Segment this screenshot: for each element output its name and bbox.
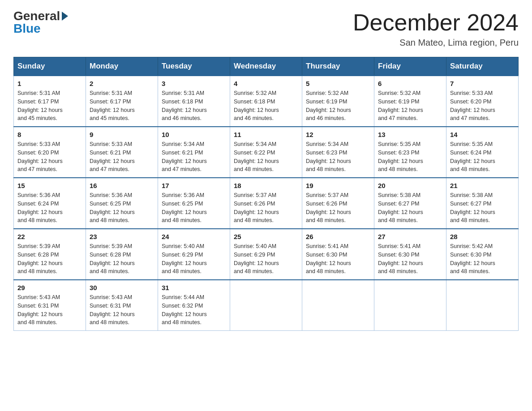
- day-info: Sunrise: 5:40 AMSunset: 6:29 PMDaylight:…: [162, 243, 207, 274]
- calendar-cell: 31 Sunrise: 5:44 AMSunset: 6:32 PMDaylig…: [158, 280, 230, 331]
- day-number: 5: [306, 80, 370, 87]
- day-of-week-header: Friday: [374, 57, 446, 76]
- calendar-cell: 30 Sunrise: 5:43 AMSunset: 6:31 PMDaylig…: [86, 280, 158, 331]
- day-info: Sunrise: 5:36 AMSunset: 6:24 PMDaylight:…: [17, 192, 63, 223]
- day-info: Sunrise: 5:33 AMSunset: 6:20 PMDaylight:…: [450, 90, 495, 121]
- calendar-cell: [374, 280, 446, 331]
- day-number: 7: [450, 80, 515, 87]
- calendar-cell: 5 Sunrise: 5:32 AMSunset: 6:19 PMDayligh…: [302, 76, 374, 127]
- calendar-cell: 4 Sunrise: 5:32 AMSunset: 6:18 PMDayligh…: [230, 76, 302, 127]
- day-number: 6: [378, 80, 442, 87]
- day-of-week-header: Sunday: [14, 57, 86, 76]
- calendar-cell: 10 Sunrise: 5:34 AMSunset: 6:21 PMDaylig…: [158, 127, 230, 178]
- day-number: 23: [90, 233, 154, 240]
- day-number: 24: [162, 233, 226, 240]
- day-info: Sunrise: 5:31 AMSunset: 6:17 PMDaylight:…: [17, 90, 63, 121]
- day-number: 25: [234, 233, 298, 240]
- day-number: 1: [17, 80, 82, 87]
- day-info: Sunrise: 5:32 AMSunset: 6:19 PMDaylight:…: [306, 90, 351, 121]
- day-info: Sunrise: 5:39 AMSunset: 6:28 PMDaylight:…: [17, 243, 63, 274]
- days-of-week-row: SundayMondayTuesdayWednesdayThursdayFrid…: [14, 57, 519, 76]
- day-number: 21: [450, 182, 515, 189]
- calendar-cell: 7 Sunrise: 5:33 AMSunset: 6:20 PMDayligh…: [446, 76, 519, 127]
- calendar-cell: 13 Sunrise: 5:35 AMSunset: 6:23 PMDaylig…: [374, 127, 446, 178]
- day-number: 3: [162, 80, 226, 87]
- calendar-week-row: 29 Sunrise: 5:43 AMSunset: 6:31 PMDaylig…: [14, 280, 519, 331]
- day-number: 19: [306, 182, 370, 189]
- day-info: Sunrise: 5:38 AMSunset: 6:27 PMDaylight:…: [378, 192, 423, 223]
- calendar-cell: 24 Sunrise: 5:40 AMSunset: 6:29 PMDaylig…: [158, 229, 230, 280]
- day-number: 14: [450, 131, 515, 138]
- day-of-week-header: Wednesday: [230, 57, 302, 76]
- day-number: 11: [234, 131, 298, 138]
- day-info: Sunrise: 5:37 AMSunset: 6:26 PMDaylight:…: [306, 192, 351, 223]
- calendar-cell: 15 Sunrise: 5:36 AMSunset: 6:24 PMDaylig…: [14, 178, 86, 229]
- day-number: 20: [378, 182, 442, 189]
- calendar-cell: 6 Sunrise: 5:32 AMSunset: 6:19 PMDayligh…: [374, 76, 446, 127]
- day-info: Sunrise: 5:43 AMSunset: 6:31 PMDaylight:…: [17, 294, 63, 325]
- day-number: 17: [162, 182, 226, 189]
- day-number: 2: [90, 80, 154, 87]
- calendar-cell: [230, 280, 302, 331]
- calendar-cell: 2 Sunrise: 5:31 AMSunset: 6:17 PMDayligh…: [86, 76, 158, 127]
- day-info: Sunrise: 5:38 AMSunset: 6:27 PMDaylight:…: [450, 192, 495, 223]
- calendar-week-row: 15 Sunrise: 5:36 AMSunset: 6:24 PMDaylig…: [14, 178, 519, 229]
- day-info: Sunrise: 5:31 AMSunset: 6:18 PMDaylight:…: [162, 90, 207, 121]
- day-number: 26: [306, 233, 370, 240]
- day-number: 10: [162, 131, 226, 138]
- day-info: Sunrise: 5:40 AMSunset: 6:29 PMDaylight:…: [234, 243, 279, 274]
- calendar-cell: 18 Sunrise: 5:37 AMSunset: 6:26 PMDaylig…: [230, 178, 302, 229]
- calendar-cell: [446, 280, 519, 331]
- day-number: 13: [378, 131, 442, 138]
- logo-arrow-icon: [62, 12, 68, 21]
- calendar-body: 1 Sunrise: 5:31 AMSunset: 6:17 PMDayligh…: [14, 76, 519, 331]
- day-number: 18: [234, 182, 298, 189]
- day-info: Sunrise: 5:41 AMSunset: 6:30 PMDaylight:…: [378, 243, 423, 274]
- calendar-cell: 8 Sunrise: 5:33 AMSunset: 6:20 PMDayligh…: [14, 127, 86, 178]
- day-number: 31: [162, 284, 226, 291]
- day-info: Sunrise: 5:39 AMSunset: 6:28 PMDaylight:…: [90, 243, 135, 274]
- location-subtitle: San Mateo, Lima region, Peru: [353, 38, 519, 48]
- day-info: Sunrise: 5:35 AMSunset: 6:23 PMDaylight:…: [378, 141, 423, 172]
- page-header: General Blue December 2024 San Mateo, Li…: [13, 9, 519, 48]
- calendar-cell: 25 Sunrise: 5:40 AMSunset: 6:29 PMDaylig…: [230, 229, 302, 280]
- day-number: 15: [17, 182, 82, 189]
- month-title: December 2024: [353, 9, 519, 36]
- calendar-week-row: 1 Sunrise: 5:31 AMSunset: 6:17 PMDayligh…: [14, 76, 519, 127]
- day-number: 29: [17, 284, 82, 291]
- day-info: Sunrise: 5:34 AMSunset: 6:22 PMDaylight:…: [234, 141, 279, 172]
- day-number: 16: [90, 182, 154, 189]
- calendar-cell: [302, 280, 374, 331]
- calendar-cell: 23 Sunrise: 5:39 AMSunset: 6:28 PMDaylig…: [86, 229, 158, 280]
- day-of-week-header: Thursday: [302, 57, 374, 76]
- day-info: Sunrise: 5:32 AMSunset: 6:19 PMDaylight:…: [378, 90, 423, 121]
- day-number: 27: [378, 233, 442, 240]
- calendar-cell: 1 Sunrise: 5:31 AMSunset: 6:17 PMDayligh…: [14, 76, 86, 127]
- day-number: 9: [90, 131, 154, 138]
- day-info: Sunrise: 5:35 AMSunset: 6:24 PMDaylight:…: [450, 141, 495, 172]
- day-info: Sunrise: 5:33 AMSunset: 6:20 PMDaylight:…: [17, 141, 63, 172]
- calendar-cell: 16 Sunrise: 5:36 AMSunset: 6:25 PMDaylig…: [86, 178, 158, 229]
- day-of-week-header: Monday: [86, 57, 158, 76]
- calendar-cell: 12 Sunrise: 5:34 AMSunset: 6:23 PMDaylig…: [302, 127, 374, 178]
- day-info: Sunrise: 5:34 AMSunset: 6:21 PMDaylight:…: [162, 141, 207, 172]
- calendar-cell: 28 Sunrise: 5:42 AMSunset: 6:30 PMDaylig…: [446, 229, 519, 280]
- logo-blue-text: Blue: [13, 21, 41, 36]
- day-info: Sunrise: 5:41 AMSunset: 6:30 PMDaylight:…: [306, 243, 351, 274]
- day-number: 4: [234, 80, 298, 87]
- day-info: Sunrise: 5:36 AMSunset: 6:25 PMDaylight:…: [162, 192, 207, 223]
- calendar-cell: 26 Sunrise: 5:41 AMSunset: 6:30 PMDaylig…: [302, 229, 374, 280]
- calendar-header: SundayMondayTuesdayWednesdayThursdayFrid…: [14, 57, 519, 76]
- day-number: 22: [17, 233, 82, 240]
- day-info: Sunrise: 5:36 AMSunset: 6:25 PMDaylight:…: [90, 192, 135, 223]
- day-number: 8: [17, 131, 82, 138]
- day-info: Sunrise: 5:31 AMSunset: 6:17 PMDaylight:…: [90, 90, 135, 121]
- day-info: Sunrise: 5:33 AMSunset: 6:21 PMDaylight:…: [90, 141, 135, 172]
- day-number: 12: [306, 131, 370, 138]
- calendar-cell: 29 Sunrise: 5:43 AMSunset: 6:31 PMDaylig…: [14, 280, 86, 331]
- day-info: Sunrise: 5:43 AMSunset: 6:31 PMDaylight:…: [90, 294, 135, 325]
- day-number: 30: [90, 284, 154, 291]
- calendar-cell: 22 Sunrise: 5:39 AMSunset: 6:28 PMDaylig…: [14, 229, 86, 280]
- day-info: Sunrise: 5:37 AMSunset: 6:26 PMDaylight:…: [234, 192, 279, 223]
- calendar-cell: 20 Sunrise: 5:38 AMSunset: 6:27 PMDaylig…: [374, 178, 446, 229]
